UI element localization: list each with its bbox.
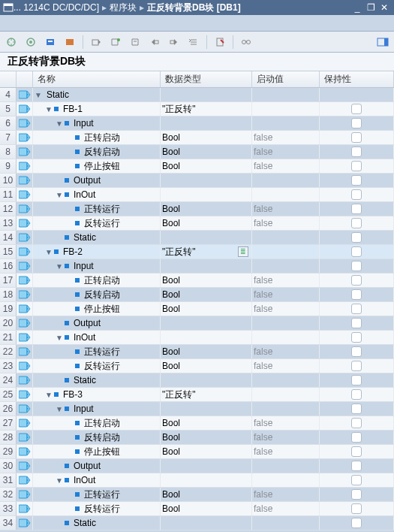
type-cell[interactable]: [161, 174, 252, 187]
type-cell[interactable]: Bool: [161, 488, 252, 501]
init-cell[interactable]: false: [252, 202, 320, 216]
toolbar-btn-1[interactable]: [5, 35, 18, 49]
retain-cell[interactable]: [320, 473, 394, 487]
retain-cell[interactable]: [320, 373, 394, 387]
retain-cell[interactable]: [320, 459, 394, 473]
retain-checkbox[interactable]: [351, 104, 362, 114]
retain-checkbox[interactable]: [351, 275, 362, 286]
retain-cell[interactable]: [320, 288, 394, 301]
retain-checkbox[interactable]: [351, 518, 362, 528]
type-cell[interactable]: [161, 459, 252, 473]
row-number[interactable]: 30: [0, 459, 17, 473]
row-number[interactable]: 9: [0, 159, 17, 173]
init-cell[interactable]: false: [252, 131, 320, 144]
table-row[interactable]: 14Static: [0, 231, 394, 245]
table-row[interactable]: 12正转运行Boolfalse: [0, 202, 394, 216]
retain-checkbox[interactable]: [351, 446, 362, 457]
retain-checkbox[interactable]: [351, 489, 362, 500]
name-cell[interactable]: Static: [33, 373, 161, 387]
row-number[interactable]: 26: [0, 402, 17, 416]
retain-cell[interactable]: [320, 145, 394, 159]
row-number[interactable]: 25: [0, 388, 17, 401]
row-number[interactable]: 33: [0, 502, 17, 515]
retain-cell[interactable]: [320, 445, 394, 458]
init-cell[interactable]: [252, 331, 320, 344]
row-number[interactable]: 14: [0, 231, 17, 244]
type-cell[interactable]: [161, 373, 252, 387]
table-row[interactable]: 24Static: [0, 373, 394, 388]
retain-checkbox[interactable]: [351, 332, 362, 343]
type-cell[interactable]: "正反转"≣: [161, 245, 252, 258]
retain-cell[interactable]: [320, 488, 394, 501]
name-cell[interactable]: Output: [33, 174, 161, 187]
header-init[interactable]: 启动值: [252, 71, 320, 87]
init-cell[interactable]: false: [252, 159, 320, 173]
retain-cell[interactable]: [320, 431, 394, 444]
type-cell[interactable]: Bool: [161, 359, 252, 373]
row-number[interactable]: 7: [0, 131, 17, 144]
type-cell[interactable]: Bool: [161, 145, 252, 159]
retain-checkbox[interactable]: [351, 246, 362, 257]
retain-cell[interactable]: [320, 516, 394, 530]
init-cell[interactable]: false: [252, 302, 320, 316]
init-cell[interactable]: [252, 231, 320, 244]
init-cell[interactable]: [252, 373, 320, 387]
table-row[interactable]: 15▼FB-2"正反转"≣: [0, 245, 394, 259]
name-cell[interactable]: 反转启动: [33, 288, 161, 301]
retain-cell[interactable]: [320, 331, 394, 344]
retain-checkbox[interactable]: [351, 461, 362, 471]
table-row[interactable]: 8反转启动Boolfalse: [0, 145, 394, 159]
retain-checkbox[interactable]: [351, 118, 362, 128]
name-cell[interactable]: 正转启动: [33, 416, 161, 430]
table-row[interactable]: 6▼Input: [0, 116, 394, 131]
breadcrumb-1[interactable]: ... 1214C DC/DC/DC]: [14, 2, 99, 13]
toolbar-btn-3[interactable]: [44, 35, 57, 49]
retain-checkbox[interactable]: [351, 503, 362, 514]
row-number[interactable]: 10: [0, 174, 17, 187]
table-row[interactable]: 16▼Input: [0, 259, 394, 274]
retain-checkbox[interactable]: [351, 175, 362, 186]
retain-checkbox[interactable]: [351, 132, 362, 143]
expand-down-icon[interactable]: ▼: [56, 191, 63, 199]
row-number[interactable]: 21: [0, 331, 17, 344]
name-cell[interactable]: 正转运行: [33, 488, 161, 501]
type-cell[interactable]: [161, 116, 252, 130]
name-cell[interactable]: ▼FB-3: [33, 388, 161, 401]
type-cell[interactable]: Bool: [161, 131, 252, 144]
init-cell[interactable]: [252, 459, 320, 473]
table-row[interactable]: 19停止按钮Boolfalse: [0, 302, 394, 316]
name-cell[interactable]: Output: [33, 316, 161, 330]
name-cell[interactable]: ▼InOut: [33, 473, 161, 487]
row-number[interactable]: 27: [0, 416, 17, 430]
type-cell[interactable]: Bool: [161, 431, 252, 444]
retain-cell[interactable]: [320, 131, 394, 144]
retain-cell[interactable]: [320, 116, 394, 130]
retain-cell[interactable]: [320, 202, 394, 216]
toolbar-btn-8[interactable]: [148, 35, 161, 49]
name-cell[interactable]: Static: [33, 231, 161, 244]
table-row[interactable]: 9停止按钮Boolfalse: [0, 159, 394, 174]
name-cell[interactable]: ▼Input: [33, 259, 161, 273]
table-row[interactable]: 27正转启动Boolfalse: [0, 416, 394, 431]
row-number[interactable]: 5: [0, 102, 17, 116]
table-row[interactable]: 5▼FB-1"正反转": [0, 102, 394, 116]
init-cell[interactable]: [252, 88, 320, 101]
type-cell[interactable]: Bool: [161, 159, 252, 173]
type-cell[interactable]: Bool: [161, 345, 252, 358]
retain-checkbox[interactable]: [351, 404, 362, 414]
row-number[interactable]: 17: [0, 274, 17, 287]
expand-down-icon[interactable]: ▼: [56, 119, 63, 128]
retain-cell[interactable]: [320, 402, 394, 416]
init-cell[interactable]: [252, 516, 320, 530]
type-cell[interactable]: Bool: [161, 502, 252, 515]
retain-cell[interactable]: [320, 174, 394, 187]
type-cell[interactable]: Bool: [161, 202, 252, 216]
type-cell[interactable]: "正反转": [161, 102, 252, 116]
name-cell[interactable]: 正转启动: [33, 274, 161, 287]
init-cell[interactable]: [252, 259, 320, 273]
name-cell[interactable]: 停止按钮: [33, 445, 161, 458]
init-cell[interactable]: [252, 102, 320, 116]
table-row[interactable]: 26▼Input: [0, 402, 394, 416]
retain-checkbox[interactable]: [351, 218, 362, 228]
retain-cell[interactable]: [320, 388, 394, 401]
